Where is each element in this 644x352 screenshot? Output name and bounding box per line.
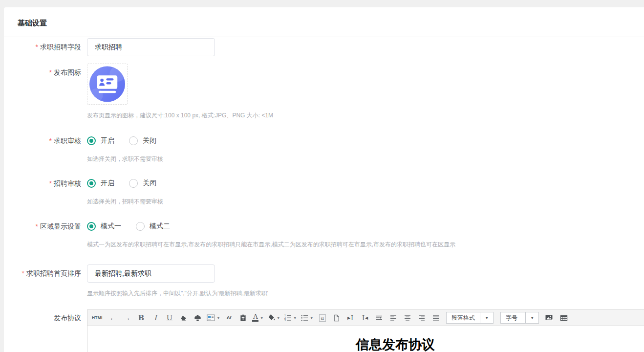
insert-image-icon[interactable]: [544, 312, 555, 324]
radio-option-on[interactable]: 开启: [87, 136, 114, 145]
form-row-homepage-sort: *求职招聘首页排序 显示顺序按照输入先后排序，中间以","分开,默认为'最新招聘…: [4, 264, 644, 298]
undo-icon[interactable]: ←: [107, 312, 118, 324]
chevron-down-icon[interactable]: ▼: [480, 312, 493, 323]
field-label: 发布协议: [4, 309, 81, 326]
page-title: 基础设置: [18, 19, 644, 28]
underline-button[interactable]: U: [164, 312, 174, 324]
paragraph-format-select-label: 段落格式: [447, 312, 480, 323]
paragraph-format-select[interactable]: 段落格式▼: [446, 312, 494, 324]
chevron-down-icon: ▼: [216, 316, 220, 320]
font-color-icon[interactable]: A▼: [252, 312, 263, 324]
html-source-button[interactable]: HTML: [92, 312, 104, 324]
form-row-area-display: *区域显示设置 模式一 模式二 模式一为区发布的求职招聘可在市显示,市发布的求职…: [4, 221, 644, 249]
chevron-down-icon[interactable]: ▼: [525, 312, 538, 323]
radio-option-off[interactable]: 关闭: [129, 136, 156, 145]
required-asterisk: *: [49, 179, 52, 187]
font-size-select[interactable]: 字号▼: [500, 312, 539, 324]
required-asterisk: *: [49, 68, 52, 76]
recruit-review-radio-group: 开启 关闭: [87, 178, 644, 188]
first-line-indent-icon[interactable]: [374, 312, 384, 324]
blockquote-icon[interactable]: “: [224, 312, 234, 324]
chevron-down-icon: ▼: [260, 316, 263, 320]
form-row-publish-agreement: 发布协议 HTML←→BIU▼“A▼▼123▼▼a▶II◀段落格式▼字号▼ 信息…: [4, 309, 644, 352]
field-label: *求职招聘字段: [4, 38, 81, 56]
format-painter-icon[interactable]: [193, 312, 203, 324]
italic-button[interactable]: I: [150, 312, 160, 324]
radio-option-on[interactable]: 开启: [87, 179, 114, 188]
radio-selected-icon[interactable]: [87, 179, 96, 188]
required-asterisk: *: [36, 222, 38, 230]
indent-icon[interactable]: ▶I: [345, 312, 356, 324]
outdent-icon[interactable]: I◀: [360, 312, 370, 324]
radio-selected-icon[interactable]: [87, 136, 96, 145]
area-display-radio-group: 模式一 模式二: [87, 221, 644, 231]
homepage-sort-input[interactable]: [87, 264, 215, 283]
form-row-job-field: *求职招聘字段: [4, 38, 644, 56]
radio-unselected-icon[interactable]: [136, 222, 145, 231]
field-label: *发布图标: [4, 64, 81, 81]
agreement-title: 信息发布协议: [87, 326, 644, 352]
required-asterisk: *: [22, 269, 24, 277]
field-label: *招聘审核: [4, 178, 81, 188]
required-asterisk: *: [49, 137, 52, 145]
redo-icon[interactable]: →: [122, 312, 132, 324]
form-row-job-review: *求职审核 开启 关闭 如选择关闭，求职不需要审核: [4, 136, 644, 163]
background-color-icon[interactable]: ▼: [267, 312, 280, 324]
field-label: *求职审核: [4, 136, 81, 146]
ordered-list-icon[interactable]: 123▼: [284, 312, 297, 324]
media-layout-icon[interactable]: ▼: [207, 312, 220, 324]
radio-unselected-icon[interactable]: [129, 179, 138, 188]
svg-text:3: 3: [284, 319, 286, 322]
insert-table-icon[interactable]: [558, 312, 569, 324]
rich-text-editor: HTML←→BIU▼“A▼▼123▼▼a▶II◀段落格式▼字号▼ 信息发布协议: [87, 309, 644, 352]
field-hint: 如选择关闭，求职不需要审核: [87, 155, 644, 163]
unordered-list-icon[interactable]: ▼: [301, 312, 313, 324]
paste-text-icon[interactable]: [238, 312, 248, 324]
char-border-button[interactable]: a: [317, 312, 327, 324]
new-page-icon[interactable]: [331, 312, 342, 324]
form-row-publish-icon: *发布图标: [4, 64, 644, 120]
align-center-icon[interactable]: [402, 312, 412, 324]
chevron-down-icon: ▼: [293, 316, 297, 320]
field-hint: 显示顺序按照输入先后排序，中间以","分开,默认为'最新招聘,最新求职': [87, 289, 644, 298]
contact-card-icon: [89, 66, 126, 103]
settings-card: 基础设置 *求职招聘字段 *发布图标: [4, 7, 644, 352]
remove-format-icon[interactable]: [178, 312, 189, 324]
align-left-icon[interactable]: [388, 312, 398, 324]
chevron-down-icon: ▼: [310, 316, 313, 320]
align-justify-icon[interactable]: [430, 312, 441, 324]
form-row-recruit-review: *招聘审核 开启 关闭 如选择关闭，招聘不需要审核: [4, 178, 644, 206]
field-hint: 发布页显示的图标，建议尺寸:100 x 100 px, 格式:JPG、PNG 大…: [87, 111, 644, 120]
field-hint: 如选择关闭，招聘不需要审核: [87, 198, 644, 206]
card-header: 基础设置: [4, 7, 644, 37]
chevron-down-icon: ▼: [277, 316, 280, 320]
font-size-select-label: 字号: [501, 312, 525, 323]
radio-selected-icon[interactable]: [87, 222, 96, 231]
field-hint: 模式一为区发布的求职招聘可在市显示,市发布的求职招聘只能在市显示,模式二为区发布…: [87, 241, 644, 249]
required-asterisk: *: [36, 43, 38, 51]
icon-upload-box[interactable]: [87, 64, 128, 105]
field-label: *求职招聘首页排序: [4, 264, 81, 283]
job-review-radio-group: 开启 关闭: [87, 136, 644, 146]
radio-option-off[interactable]: 关闭: [129, 179, 156, 188]
editor-toolbar: HTML←→BIU▼“A▼▼123▼▼a▶II◀段落格式▼字号▼: [87, 310, 644, 326]
editor-content-area[interactable]: 信息发布协议: [87, 326, 644, 352]
job-field-input[interactable]: [87, 38, 215, 56]
bold-button[interactable]: B: [136, 312, 146, 324]
radio-unselected-icon[interactable]: [129, 136, 138, 145]
basic-settings-form: *求职招聘字段 *发布图标: [4, 38, 644, 352]
align-right-icon[interactable]: [416, 312, 427, 324]
radio-option-mode2[interactable]: 模式二: [136, 222, 170, 231]
field-label: *区域显示设置: [4, 221, 81, 231]
radio-option-mode1[interactable]: 模式一: [87, 222, 121, 231]
